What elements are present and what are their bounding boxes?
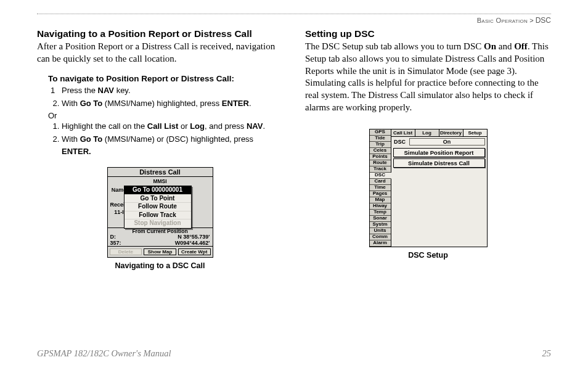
breadcrumb: Basic Operation > DSC: [37, 16, 551, 25]
step-a1: Press the NAV key.: [62, 84, 283, 97]
main-tab-pages[interactable]: Pages: [370, 191, 391, 197]
footer-title: GPSMAP 182/182C Owner's Manual: [37, 348, 171, 359]
main-tabs: GPSTideTripCelesPointsRouteTrackDSCCardT…: [370, 129, 391, 247]
main-tab-trip[interactable]: Trip: [370, 142, 391, 148]
subtab-log[interactable]: Log: [415, 129, 439, 136]
right-para: The DSC Setup sub tab allows you to turn…: [305, 41, 551, 114]
mmsi-label: MMSI: [110, 178, 210, 184]
main-tab-time[interactable]: Time: [370, 185, 391, 191]
menu-item-stop-nav: Stop Navigation: [125, 219, 191, 228]
dsc-value[interactable]: On: [409, 138, 485, 145]
step-b2: With Go To (MMSI/Name) or (DSC) highligh…: [62, 133, 283, 157]
main-tab-units[interactable]: Units: [370, 228, 391, 234]
subtab-setup[interactable]: Setup: [463, 129, 487, 136]
main-tab-sonar[interactable]: Sonar: [370, 216, 391, 222]
distress-call-screenshot: Distress Call MMSI Name Receiv 11-I Go T…: [107, 167, 213, 258]
page-number: 25: [542, 348, 552, 359]
goto-menu: Go To 000000001 Go To Point Follow Route…: [124, 186, 192, 229]
breadcrumb-leaf: DSC: [536, 16, 551, 25]
figure-2: GPSTideTripCelesPointsRouteTrackDSCCardT…: [305, 129, 551, 260]
dsc-setup-screenshot: GPSTideTripCelesPointsRouteTrackDSCCardT…: [369, 129, 488, 247]
breadcrumb-sep: >: [529, 17, 533, 24]
main-tab-card[interactable]: Card: [370, 179, 391, 185]
figure-2-caption: DSC Setup: [305, 251, 551, 260]
delete-button: Delete: [110, 248, 142, 255]
dsc-label: DSC: [393, 139, 407, 145]
main-tab-systm[interactable]: Systm: [370, 222, 391, 228]
top-rule: [37, 14, 551, 14]
simulate-position-report-button[interactable]: Simulate Position Report: [393, 148, 485, 157]
main-tab-hiway[interactable]: Hiway: [370, 203, 391, 210]
main-tab-alarm[interactable]: Alarm: [370, 240, 391, 247]
columns: Navigating to a Position Report or Distr…: [37, 28, 551, 270]
right-column: Setting up DSC The DSC Setup sub tab all…: [305, 28, 551, 270]
main-tab-comm[interactable]: Comm: [370, 234, 391, 240]
simulate-distress-call-button[interactable]: Simulate Distress Call: [393, 158, 485, 168]
left-column: Navigating to a Position Report or Distr…: [37, 28, 283, 270]
footer: GPSMAP 182/182C Owner's Manual 25: [37, 348, 551, 359]
figure-1: Distress Call MMSI Name Receiv 11-I Go T…: [37, 167, 283, 270]
menu-item-follow-route[interactable]: Follow Route: [125, 203, 191, 211]
menu-item-goto-point[interactable]: Go To Point: [125, 195, 191, 203]
breadcrumb-section: Basic Operation: [477, 17, 528, 24]
left-subhead: To navigate to Position Report or Distre…: [48, 74, 283, 83]
subtab-directory[interactable]: Directory: [439, 129, 463, 136]
page: Basic Operation > DSC Navigating to a Po…: [0, 0, 588, 381]
create-wpt-button[interactable]: Create Wpt: [178, 248, 211, 255]
menu-item-goto-mmsi[interactable]: Go To 000000001: [125, 186, 191, 195]
menu-item-follow-track[interactable]: Follow Track: [125, 211, 191, 220]
figure-1-caption: Navigating to a DSC Call: [37, 261, 283, 270]
show-map-button[interactable]: Show Map: [144, 248, 176, 255]
sub-tabs: Call List Log Directory Setup: [391, 129, 487, 137]
steps-b: Highlight the call on the Call List or L…: [48, 120, 283, 158]
scr1-title: Distress Call: [108, 168, 213, 177]
step-a2: With Go To (MMSI/Name) highlighted, pres…: [62, 97, 283, 110]
setup-panel: Call List Log Directory Setup DSC On Sim…: [391, 129, 487, 247]
left-heading: Navigating to a Position Report or Distr…: [37, 28, 283, 39]
main-tab-tide[interactable]: Tide: [370, 136, 391, 142]
main-tab-celes[interactable]: Celes: [370, 148, 391, 154]
pos-row-2: 357: W094°44.462': [108, 240, 213, 246]
main-tab-points[interactable]: Points: [370, 154, 391, 160]
dsc-toggle-row: DSC On: [391, 137, 487, 147]
main-tab-track[interactable]: Track: [370, 166, 391, 173]
main-tab-route[interactable]: Route: [370, 160, 391, 166]
subtab-call-list[interactable]: Call List: [391, 129, 415, 136]
left-para: After a Position Report or a Distress Ca…: [37, 41, 283, 65]
step-b1: Highlight the call on the Call List or L…: [62, 120, 283, 133]
steps-a: Press the NAV key. With Go To (MMSI/Name…: [48, 84, 283, 110]
scr1-buttons: Delete Show Map Create Wpt: [108, 246, 213, 257]
right-heading: Setting up DSC: [305, 28, 551, 39]
main-tab-temp[interactable]: Temp: [370, 210, 391, 216]
main-tab-gps[interactable]: GPS: [370, 129, 391, 136]
or-label: Or: [48, 111, 283, 120]
main-tab-map[interactable]: Map: [370, 197, 391, 203]
main-tab-dsc[interactable]: DSC: [370, 173, 391, 179]
